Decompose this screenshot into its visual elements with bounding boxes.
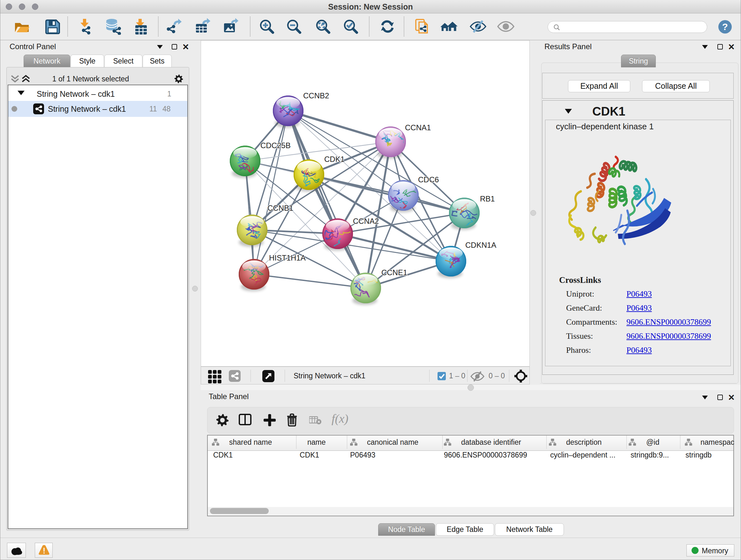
svg-text:CCNE1: CCNE1 xyxy=(381,268,407,277)
svg-text:CDK1: CDK1 xyxy=(324,155,345,164)
svg-text:CDKN1A: CDKN1A xyxy=(465,241,496,249)
svg-text:CCNA2: CCNA2 xyxy=(353,217,379,226)
svg-text:HIST1H1A: HIST1H1A xyxy=(269,253,306,262)
svg-text:CCNB1: CCNB1 xyxy=(267,204,293,212)
svg-text:CDC6: CDC6 xyxy=(418,175,439,184)
svg-text:RB1: RB1 xyxy=(480,194,495,203)
svg-text:CCNA1: CCNA1 xyxy=(405,123,431,132)
svg-text:CDC25B: CDC25B xyxy=(260,141,291,150)
svg-text:CCNB2: CCNB2 xyxy=(303,91,329,100)
